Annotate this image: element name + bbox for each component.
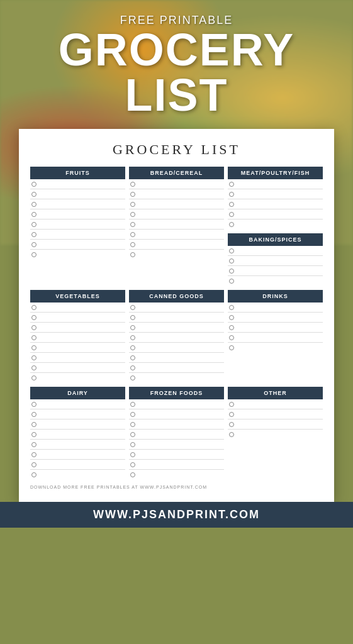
canned-goods-items bbox=[129, 303, 224, 383]
circle-icon bbox=[229, 325, 234, 330]
canned-goods-block: CANNED GOODS bbox=[129, 290, 224, 383]
circle-icon bbox=[31, 222, 36, 227]
meat-block: MEAT/POULTRY/FISH bbox=[228, 167, 323, 230]
circle-icon bbox=[229, 182, 234, 187]
list-item bbox=[129, 333, 224, 343]
list-item bbox=[228, 209, 323, 219]
other-items bbox=[228, 399, 323, 440]
list-item bbox=[129, 363, 224, 373]
circle-icon bbox=[130, 462, 135, 467]
list-item bbox=[30, 450, 125, 460]
list-item bbox=[129, 419, 224, 430]
list-item bbox=[228, 313, 323, 323]
list-item bbox=[228, 266, 323, 276]
grocery-list-paper: GROCERY LIST FRUITS BREAD/CEREAL bbox=[19, 129, 334, 502]
list-item bbox=[129, 323, 224, 333]
circle-icon bbox=[229, 402, 234, 407]
list-item bbox=[228, 256, 323, 266]
canned-goods-header: CANNED GOODS bbox=[129, 290, 224, 303]
circle-icon bbox=[31, 325, 36, 330]
list-item bbox=[30, 240, 125, 250]
vegetables-header: VEGETABLES bbox=[30, 290, 125, 303]
circle-icon bbox=[229, 279, 234, 284]
circle-icon bbox=[130, 252, 135, 257]
circle-icon bbox=[31, 355, 36, 360]
paper-footer-text: DOWNLOAD MORE FREE PRINTABLES AT WWW.PJS… bbox=[30, 485, 323, 489]
circle-icon bbox=[31, 402, 36, 407]
circle-icon bbox=[229, 202, 234, 207]
list-item bbox=[129, 230, 224, 240]
other-header: OTHER bbox=[228, 387, 323, 399]
fruits-items bbox=[30, 179, 125, 260]
drinks-items bbox=[228, 303, 323, 353]
list-item bbox=[129, 353, 224, 363]
circle-icon bbox=[31, 462, 36, 467]
circle-icon bbox=[31, 242, 36, 247]
circle-icon bbox=[31, 212, 36, 217]
vegetables-items bbox=[30, 303, 125, 383]
list-item bbox=[30, 440, 125, 450]
circle-icon bbox=[229, 422, 234, 427]
circle-icon bbox=[229, 432, 234, 437]
dairy-items bbox=[30, 399, 125, 480]
list-item bbox=[30, 323, 125, 333]
circle-icon bbox=[130, 442, 135, 447]
footer-bar: WWW.PJSANDPRINT.COM bbox=[0, 502, 353, 528]
list-item bbox=[129, 240, 224, 250]
circle-icon bbox=[130, 305, 135, 310]
drinks-header: DRINKS bbox=[228, 290, 323, 303]
bread-cereal-header: BREAD/CEREAL bbox=[129, 167, 224, 179]
header: FREE PRINTABLE GROCERY LIST bbox=[0, 0, 353, 129]
list-item bbox=[30, 353, 125, 363]
circle-icon bbox=[130, 422, 135, 427]
circle-icon bbox=[130, 325, 135, 330]
list-item bbox=[228, 246, 323, 256]
circle-icon bbox=[130, 242, 135, 247]
circle-icon bbox=[130, 402, 135, 407]
list-item bbox=[30, 303, 125, 313]
list-item bbox=[228, 419, 323, 430]
list-item bbox=[129, 313, 224, 323]
drinks-block: DRINKS bbox=[228, 290, 323, 353]
circle-icon bbox=[229, 335, 234, 340]
list-item bbox=[30, 460, 125, 470]
right-col-3: OTHER bbox=[228, 387, 323, 480]
circle-icon bbox=[229, 212, 234, 217]
list-item bbox=[30, 199, 125, 209]
circle-icon bbox=[229, 192, 234, 197]
circle-icon bbox=[229, 315, 234, 320]
circle-icon bbox=[229, 305, 234, 310]
circle-icon bbox=[229, 412, 234, 417]
circle-icon bbox=[130, 452, 135, 457]
circle-icon bbox=[130, 182, 135, 187]
dairy-block: DAIRY bbox=[30, 387, 125, 480]
circle-icon bbox=[130, 432, 135, 437]
circle-icon bbox=[31, 442, 36, 447]
circle-icon bbox=[31, 202, 36, 207]
list-item bbox=[30, 189, 125, 199]
list-item bbox=[30, 430, 125, 440]
baking-header: BAKING/SPICES bbox=[228, 233, 323, 246]
list-item bbox=[129, 373, 224, 383]
list-item bbox=[129, 209, 224, 219]
list-item bbox=[30, 373, 125, 383]
meat-items bbox=[228, 179, 323, 230]
dairy-header: DAIRY bbox=[30, 387, 125, 399]
list-item bbox=[30, 343, 125, 353]
meat-header: MEAT/POULTRY/FISH bbox=[228, 167, 323, 179]
list-item bbox=[30, 419, 125, 430]
frozen-foods-block: FROZEN FOODS bbox=[129, 387, 224, 480]
list-item bbox=[129, 440, 224, 450]
circle-icon bbox=[31, 305, 36, 310]
right-col-1: MEAT/POULTRY/FISH BAKING/SPICES bbox=[228, 167, 323, 286]
list-item bbox=[129, 409, 224, 419]
circle-icon bbox=[130, 472, 135, 477]
circle-icon bbox=[31, 432, 36, 437]
circle-icon bbox=[31, 412, 36, 417]
list-item bbox=[228, 333, 323, 343]
frozen-foods-items bbox=[129, 399, 224, 480]
circle-icon bbox=[31, 315, 36, 320]
circle-icon bbox=[130, 202, 135, 207]
circle-icon bbox=[130, 355, 135, 360]
circle-icon bbox=[31, 472, 36, 477]
